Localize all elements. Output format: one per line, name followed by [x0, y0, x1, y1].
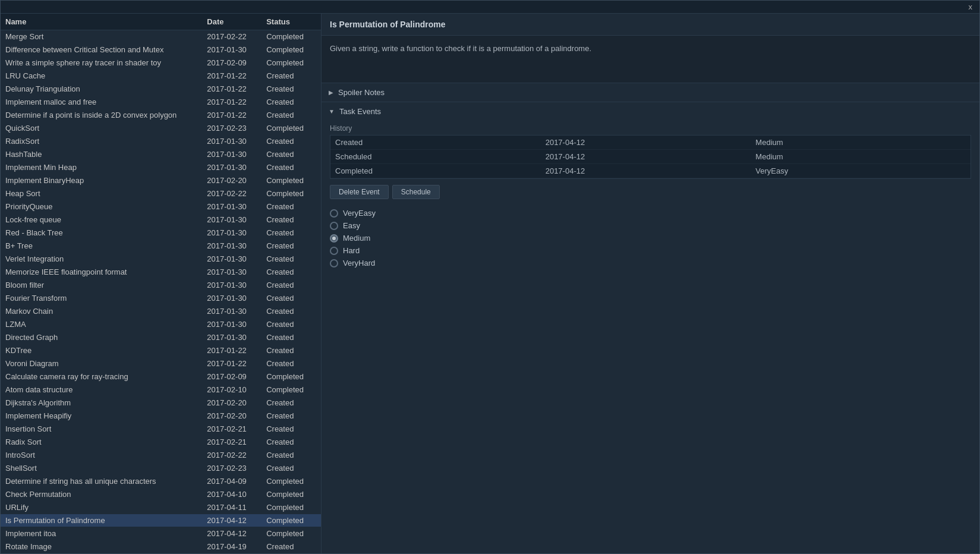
row-name: Difference between Critical Section and … [1, 45, 202, 54]
task-events-header[interactable]: ▼ Task Events [322, 102, 979, 121]
spoiler-notes-header[interactable]: ▶ Spoiler Notes [322, 83, 979, 102]
row-name: LZMA [1, 320, 202, 329]
table-row[interactable]: Bloom filter2017-01-30Created [1, 279, 321, 292]
row-date: 2017-04-09 [202, 477, 261, 486]
table-row[interactable]: RadixSort2017-01-30Created [1, 135, 321, 148]
row-status: Created [261, 294, 321, 303]
row-status: Completed [261, 516, 321, 525]
table-row[interactable]: Determine if a point is inside a 2D conv… [1, 109, 321, 122]
row-name: Lock-free queue [1, 215, 202, 224]
row-status: Created [261, 411, 321, 420]
difficulty-option-medium[interactable]: Medium [330, 234, 971, 243]
row-date: 2017-01-30 [202, 241, 261, 250]
row-date: 2017-01-22 [202, 84, 261, 93]
difficulty-option-veryhard[interactable]: VeryHard [330, 259, 971, 267]
table-row[interactable]: Heap Sort2017-02-22Completed [1, 187, 321, 200]
table-row[interactable]: Merge Sort2017-02-22Completed [1, 30, 321, 43]
row-status: Created [261, 241, 321, 250]
radio-circle [330, 234, 338, 243]
table-row[interactable]: Memorize IEEE floatingpoint format2017-0… [1, 266, 321, 279]
difficulty-label: Easy [343, 221, 360, 230]
row-date: 2017-02-09 [202, 372, 261, 381]
table-row[interactable]: Implement Min Heap2017-01-30Created [1, 161, 321, 174]
close-button[interactable]: x [966, 2, 975, 11]
row-status: Created [261, 150, 321, 159]
events-triangle-icon: ▼ [329, 108, 335, 115]
row-date: 2017-01-22 [202, 359, 261, 368]
row-status: Completed [261, 372, 321, 381]
row-name: Implement itoa [1, 529, 202, 538]
row-status: Completed [261, 385, 321, 394]
table-row[interactable]: Dijkstra's Algorithm2017-02-20Created [1, 396, 321, 410]
table-row[interactable]: Write a simple sphere ray tracer in shad… [1, 56, 321, 70]
table-row[interactable]: Voroni Diagram2017-01-22Created [1, 357, 321, 370]
title-bar: x [1, 1, 979, 14]
schedule-button[interactable]: Schedule [392, 185, 440, 199]
row-name: Fourier Transform [1, 294, 202, 303]
difficulty-option-veryeasy[interactable]: VeryEasy [330, 209, 971, 218]
table-row[interactable]: Implement malloc and free2017-01-22Creat… [1, 96, 321, 109]
table-row[interactable]: Is Permutation of Palindrome2017-04-12Co… [1, 514, 321, 527]
row-status: Created [261, 346, 321, 355]
row-date: 2017-01-22 [202, 346, 261, 355]
table-row[interactable]: IntroSort2017-02-22Created [1, 449, 321, 462]
history-cell-date: 2017-04-12 [546, 152, 756, 161]
spoiler-notes-section: ▶ Spoiler Notes [322, 83, 979, 102]
table-row[interactable]: Delunay Triangulation2017-01-22Created [1, 83, 321, 96]
row-name: QuickSort [1, 124, 202, 133]
table-row[interactable]: PriorityQueue2017-01-30Created [1, 200, 321, 213]
table-header: Name Date Status [1, 14, 321, 30]
table-row[interactable]: Radix Sort2017-02-21Created [1, 436, 321, 449]
row-date: 2017-04-10 [202, 490, 261, 499]
history-row: Created2017-04-12Medium [330, 136, 970, 150]
row-status: Created [261, 333, 321, 342]
delete-event-button[interactable]: Delete Event [330, 185, 389, 199]
row-name: KDTree [1, 346, 202, 355]
table-row[interactable]: KDTree2017-01-22Created [1, 344, 321, 357]
difficulty-option-easy[interactable]: Easy [330, 221, 971, 230]
row-date: 2017-02-23 [202, 124, 261, 133]
row-status: Completed [261, 176, 321, 185]
table-row[interactable]: HashTable2017-01-30Created [1, 148, 321, 161]
row-status: Created [261, 398, 321, 407]
table-row[interactable]: Red - Black Tree2017-01-30Created [1, 226, 321, 240]
row-date: 2017-01-30 [202, 254, 261, 263]
history-cell-event: Created [335, 138, 546, 147]
table-row[interactable]: Calculate camera ray for ray-tracing2017… [1, 370, 321, 383]
history-cell-event: Scheduled [335, 152, 546, 161]
table-row[interactable]: Fourier Transform2017-01-30Created [1, 292, 321, 305]
table-row[interactable]: Insertion Sort2017-02-21Created [1, 423, 321, 436]
table-row[interactable]: B+ Tree2017-01-30Created [1, 240, 321, 253]
table-row[interactable]: Verlet Integration2017-01-30Created [1, 253, 321, 266]
table-row[interactable]: URLify2017-04-11Completed [1, 501, 321, 514]
table-row[interactable]: QuickSort2017-02-23Completed [1, 122, 321, 135]
row-date: 2017-01-22 [202, 71, 261, 80]
row-date: 2017-02-22 [202, 32, 261, 41]
task-events-section: ▼ Task Events History Created2017-04-12M… [322, 102, 979, 553]
row-name: Implement Heapifiy [1, 411, 202, 420]
difficulty-option-hard[interactable]: Hard [330, 246, 971, 255]
row-date: 2017-01-30 [202, 281, 261, 289]
table-row[interactable]: Markov Chain2017-01-30Created [1, 305, 321, 318]
table-row[interactable]: Implement BinaryHeap2017-02-20Completed [1, 174, 321, 187]
table-row[interactable]: Implement itoa2017-04-12Completed [1, 527, 321, 540]
table-row[interactable]: Lock-free queue2017-01-30Created [1, 213, 321, 226]
table-row[interactable]: Check Permutation2017-04-10Completed [1, 488, 321, 501]
table-row[interactable]: LRU Cache2017-01-22Created [1, 70, 321, 83]
table-row[interactable]: LZMA2017-01-30Created [1, 318, 321, 331]
row-date: 2017-02-20 [202, 176, 261, 185]
row-status: Completed [261, 58, 321, 67]
row-date: 2017-02-10 [202, 385, 261, 394]
row-name: Determine if a point is inside a 2D conv… [1, 111, 202, 119]
table-row[interactable]: Rotate Image2017-04-19Created [1, 540, 321, 553]
row-status: Completed [261, 490, 321, 499]
table-row[interactable]: Difference between Critical Section and … [1, 43, 321, 56]
table-row[interactable]: ShellSort2017-02-23Created [1, 462, 321, 475]
row-name: ShellSort [1, 464, 202, 473]
table-row[interactable]: Implement Heapifiy2017-02-20Created [1, 410, 321, 423]
row-date: 2017-02-21 [202, 437, 261, 446]
table-row[interactable]: Determine if string has all unique chara… [1, 475, 321, 488]
table-row[interactable]: Atom data structure2017-02-10Completed [1, 383, 321, 396]
row-status: Completed [261, 529, 321, 538]
table-row[interactable]: Directed Graph2017-01-30Created [1, 331, 321, 344]
